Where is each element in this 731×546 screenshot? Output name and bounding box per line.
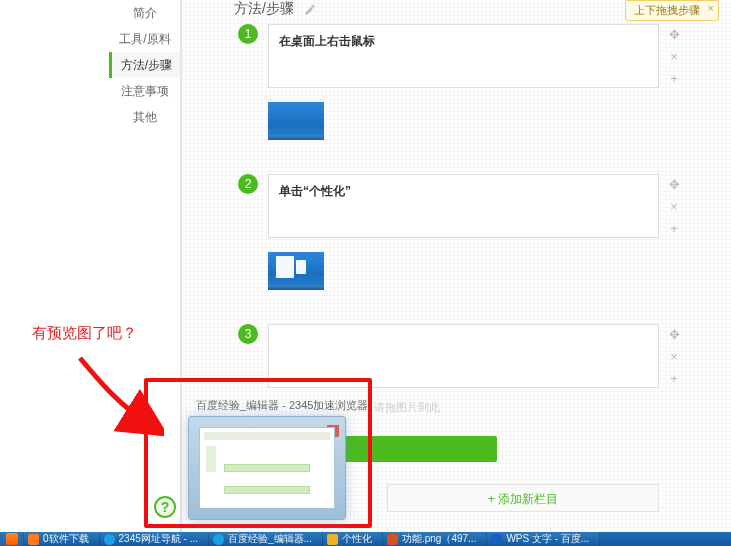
- section-title-text: 方法/步骤: [234, 0, 294, 16]
- sidebar-item-intro[interactable]: 简介: [109, 0, 181, 26]
- step-text-input[interactable]: 在桌面上右击鼠标: [268, 24, 659, 88]
- preview-tooltip-title: 百度经验_编辑器 - 2345加速浏览器: [196, 398, 368, 413]
- taskbar-preview-thumbnail[interactable]: ×: [188, 416, 346, 520]
- remove-icon[interactable]: ×: [667, 196, 681, 218]
- sidebar-item-label: 简介: [133, 6, 157, 20]
- step-number-badge: 3: [238, 324, 258, 344]
- taskbar-item-wps[interactable]: WPS 文字 - 百度...: [487, 532, 600, 546]
- taskbar-item-browser[interactable]: 百度经验_编辑器...: [209, 532, 323, 546]
- taskbar-item-label: 功能.png（497...: [402, 532, 476, 546]
- add-icon[interactable]: +: [667, 368, 681, 390]
- taskbar-item-label: 2345网址导航 - ...: [119, 532, 198, 546]
- help-icon[interactable]: ?: [154, 496, 176, 518]
- add-icon[interactable]: +: [667, 218, 681, 240]
- sidebar-item-steps[interactable]: 方法/步骤: [109, 52, 181, 78]
- sidebar: 简介 工具/原料 方法/步骤 注意事项 其他: [109, 0, 181, 130]
- close-icon[interactable]: ×: [708, 2, 714, 14]
- move-handle-icon[interactable]: ✥: [667, 24, 681, 46]
- move-handle-icon[interactable]: ✥: [667, 174, 681, 196]
- plus-icon: +: [488, 492, 495, 506]
- annotation-text: 有预览图了吧？: [32, 324, 137, 343]
- add-section-button[interactable]: + 添加新栏目: [387, 484, 659, 512]
- add-icon[interactable]: +: [667, 68, 681, 90]
- sidebar-item-label: 方法/步骤: [121, 58, 172, 72]
- section-title: 方法/步骤: [234, 0, 316, 18]
- taskbar-item-image[interactable]: 功能.png（497...: [383, 532, 487, 546]
- add-section-label: 添加新栏目: [498, 492, 558, 506]
- start-button[interactable]: [0, 532, 24, 546]
- step-text: 单击“个性化”: [279, 183, 648, 200]
- left-gutter: [0, 0, 109, 532]
- annotation-highlight-box: 百度经验_编辑器 - 2345加速浏览器 × ?: [144, 378, 372, 528]
- sidebar-item-label: 工具/原料: [119, 32, 170, 46]
- sidebar-item-label: 注意事项: [121, 84, 169, 98]
- taskbar-item-label: 个性化: [342, 532, 372, 546]
- step-handles: ✥ × +: [667, 324, 681, 390]
- sidebar-item-tools[interactable]: 工具/原料: [109, 26, 181, 52]
- remove-icon[interactable]: ×: [667, 346, 681, 368]
- step-2: 2 单击“个性化” ✥ × +: [238, 174, 699, 294]
- taskbar-item-label: 百度经验_编辑器...: [228, 532, 312, 546]
- remove-icon[interactable]: ×: [667, 46, 681, 68]
- taskbar-item-downloads[interactable]: 0软件下载: [24, 532, 100, 546]
- step-number-badge: 1: [238, 24, 258, 44]
- step-1: 1 在桌面上右击鼠标 ✥ × +: [238, 24, 699, 144]
- hint-tooltip: 上下拖拽步骤 ×: [625, 0, 719, 21]
- pencil-icon[interactable]: [304, 3, 316, 15]
- step-image-thumb[interactable]: [268, 102, 324, 140]
- dropzone-hint: 请拖图片到此: [374, 400, 440, 415]
- taskbar-item-label: 0软件下载: [43, 532, 89, 546]
- step-text-input[interactable]: 单击“个性化”: [268, 174, 659, 238]
- hint-text: 上下拖拽步骤: [634, 4, 700, 16]
- sidebar-item-other[interactable]: 其他: [109, 104, 181, 130]
- sidebar-item-notes[interactable]: 注意事项: [109, 78, 181, 104]
- step-handles: ✥ × +: [667, 24, 681, 90]
- step-image-thumb[interactable]: [268, 252, 324, 290]
- taskbar-item-personalize[interactable]: 个性化: [323, 532, 383, 546]
- step-text: 在桌面上右击鼠标: [279, 33, 648, 50]
- step-number-badge: 2: [238, 174, 258, 194]
- sidebar-item-label: 其他: [133, 110, 157, 124]
- taskbar-item-2345nav[interactable]: 2345网址导航 - ...: [100, 532, 209, 546]
- move-handle-icon[interactable]: ✥: [667, 324, 681, 346]
- step-handles: ✥ × +: [667, 174, 681, 240]
- taskbar: 0软件下载 2345网址导航 - ... 百度经验_编辑器... 个性化 功能.…: [0, 532, 731, 546]
- taskbar-item-label: WPS 文字 - 百度...: [506, 532, 589, 546]
